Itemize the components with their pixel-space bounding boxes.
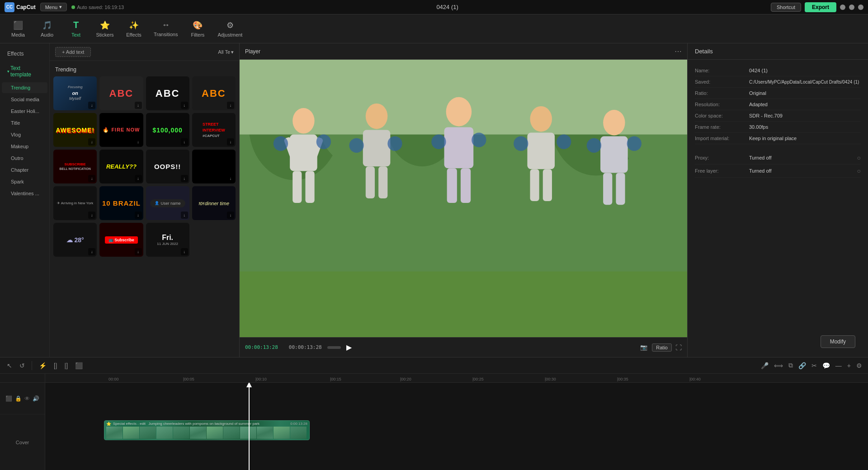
download-icon[interactable]: ↓ <box>181 175 188 182</box>
toolbar-adjustment[interactable]: ⚙ Adjustment <box>213 17 247 41</box>
delete-button[interactable]: ⬛ <box>73 361 85 371</box>
trim-left-button[interactable]: [| <box>52 361 60 371</box>
template-card-abc-red[interactable]: ABC ↓ <box>99 76 143 110</box>
download-icon[interactable]: ↓ <box>88 102 95 109</box>
add-text-button[interactable]: + Add text <box>55 47 91 57</box>
undo-button[interactable]: ↺ <box>17 361 27 371</box>
maximize-button[interactable] <box>849 5 854 10</box>
sidebar-category-easter[interactable]: Easter Holi... <box>2 106 47 117</box>
download-icon[interactable]: ↓ <box>135 248 142 255</box>
sidebar-item-effects[interactable]: Effects <box>2 47 47 61</box>
export-button[interactable]: Export <box>805 2 836 12</box>
template-card-username[interactable]: 👤 User name ↓ <box>146 186 189 220</box>
download-icon[interactable]: ↓ <box>88 175 95 182</box>
toolbar-transitions[interactable]: ↔ Transitions <box>149 17 182 41</box>
sidebar-category-spark[interactable]: Spark <box>2 176 47 187</box>
split-audio-button[interactable]: ⧉ <box>787 360 794 371</box>
zoom-minus-button[interactable]: — <box>834 361 843 371</box>
shortcut-button[interactable]: Shortcut <box>771 3 801 12</box>
split-button[interactable]: ⚡ <box>37 361 49 371</box>
template-card-arriving[interactable]: ✈ Arriving in New York ↓ <box>53 186 97 220</box>
download-icon[interactable]: ↓ <box>135 138 142 146</box>
playhead[interactable] <box>249 383 250 470</box>
sidebar-category-makeup[interactable]: Makeup <box>2 141 47 152</box>
player-menu-button[interactable]: ⋯ <box>675 47 682 56</box>
template-card-dinner[interactable]: 🍽 dinner time ↓ <box>192 186 236 220</box>
sidebar-category-title[interactable]: Title <box>2 118 47 128</box>
timeline-tracks[interactable]: ⭐ Special effects - edit Jumping cheerle… <box>45 383 868 470</box>
download-icon[interactable]: ↓ <box>181 212 188 219</box>
template-card-weather[interactable]: ☁ 28° ↓ <box>53 223 97 257</box>
toolbar-text[interactable]: T Text <box>62 17 90 41</box>
sidebar-category-vlog[interactable]: Vlog <box>2 129 47 140</box>
cursor-tool[interactable]: ↖ <box>5 361 14 371</box>
progress-bar[interactable] <box>327 346 341 349</box>
proxy-toggle[interactable]: ○ <box>857 154 861 161</box>
sidebar-category-chapter[interactable]: Chapter <box>2 164 47 175</box>
mic-button[interactable]: 🎤 <box>760 361 770 371</box>
template-card-really[interactable]: REALLY?? ↓ <box>99 150 143 183</box>
template-card-street-interview[interactable]: STREET INTERVIEW #CAPCUT ↓ <box>192 113 236 147</box>
play-button[interactable]: ▶ <box>346 343 352 352</box>
caption-button[interactable]: 💬 <box>821 361 831 371</box>
template-card-oops[interactable]: OOPS!! ↓ <box>146 150 189 183</box>
template-card-focusing[interactable]: Focusing on Myself ↓ <box>53 76 97 110</box>
template-card-friday[interactable]: Fri. 11 JUN 2022 ↓ <box>146 223 189 257</box>
sidebar-category-social-media[interactable]: Social media <box>2 94 47 105</box>
svg-point-35 <box>387 136 402 151</box>
template-card-money[interactable]: $100,000 ↓ <box>146 113 189 147</box>
track-icon-1[interactable]: ⬛ <box>5 395 12 402</box>
screenshot-button[interactable]: 📷 <box>639 343 648 352</box>
toolbar-filters[interactable]: 🎨 Filters <box>184 17 211 41</box>
download-icon[interactable]: ↓ <box>181 102 188 109</box>
audio-extract-button[interactable]: ⟺ <box>773 361 784 371</box>
download-icon[interactable]: ↓ <box>88 212 95 219</box>
download-icon[interactable]: ↓ <box>181 248 188 255</box>
download-icon[interactable]: ↓ <box>227 175 234 182</box>
close-button[interactable] <box>858 5 863 10</box>
toolbar-audio[interactable]: 🎵 Audio <box>33 17 61 41</box>
template-card-blank[interactable]: ↓ <box>192 150 236 183</box>
template-card-10-brazil[interactable]: 10 BRAZIL ↓ <box>99 186 143 220</box>
sidebar-category-valentines[interactable]: Valentines ... <box>2 188 47 199</box>
track-icon-eye[interactable]: 👁 <box>24 395 30 402</box>
template-card-abc-orange[interactable]: ABC ↓ <box>192 76 236 110</box>
template-card-subscribe[interactable]: SUBSCRIBE BELL NOTIFICATION ↓ <box>53 150 97 183</box>
download-icon[interactable]: ↓ <box>88 248 95 255</box>
sidebar-category-trending[interactable]: Trending <box>2 82 47 93</box>
toolbar-effects[interactable]: ✨ Effects <box>120 17 147 41</box>
download-icon[interactable]: ↓ <box>135 212 142 219</box>
download-icon[interactable]: ↓ <box>227 138 234 146</box>
download-icon[interactable]: ↓ <box>227 102 234 109</box>
video-clip[interactable]: ⭐ Special effects - edit Jumping cheerle… <box>104 420 310 440</box>
download-icon[interactable]: ↓ <box>88 138 95 146</box>
modify-button[interactable]: Modify <box>821 335 855 348</box>
timeline-right[interactable]: 00:00 |00:05 |00:10 |00:15 |00:20 |00:25… <box>45 374 868 470</box>
all-te-button[interactable]: All Te ▾ <box>218 49 234 55</box>
download-icon[interactable]: ↓ <box>227 212 234 219</box>
free-layer-toggle[interactable]: ○ <box>857 167 861 174</box>
minimize-button[interactable] <box>840 5 845 10</box>
track-icon-lock[interactable]: 🔒 <box>15 395 22 402</box>
ratio-button[interactable]: Ratio <box>652 343 672 352</box>
template-card-fire[interactable]: 🔥 FIRE NOW ↓ <box>99 113 143 147</box>
download-icon[interactable]: ↓ <box>181 138 188 146</box>
track-icon-audio[interactable]: 🔊 <box>33 395 39 402</box>
trim-right-button[interactable]: |] <box>62 361 71 371</box>
sidebar-category-outro[interactable]: Outro <box>2 153 47 164</box>
link-button[interactable]: 🔗 <box>797 361 807 371</box>
sidebar-item-text-template[interactable]: ▾ Text template <box>2 61 47 81</box>
toolbar-stickers[interactable]: ⭐ Stickers <box>91 17 118 41</box>
download-icon[interactable]: ↓ <box>135 175 142 182</box>
fullscreen-button[interactable]: ⛶ <box>675 344 682 351</box>
template-card-abc-white[interactable]: ABC ↓ <box>146 76 189 110</box>
template-card-subscribe2[interactable]: 📺 Subscribe ↓ <box>99 223 143 257</box>
settings-button[interactable]: ⚙ <box>855 361 863 371</box>
cut-button[interactable]: ✂ <box>810 361 818 371</box>
download-icon[interactable]: ↓ <box>135 102 142 109</box>
template-card-awesome[interactable]: AWESOME! ↓ <box>53 113 97 147</box>
toolbar-media[interactable]: ⬛ Media <box>5 17 32 41</box>
menu-button[interactable]: Menu ▾ <box>40 3 67 11</box>
zoom-plus-button[interactable]: + <box>846 361 852 371</box>
clip-frame-9 <box>240 427 256 439</box>
